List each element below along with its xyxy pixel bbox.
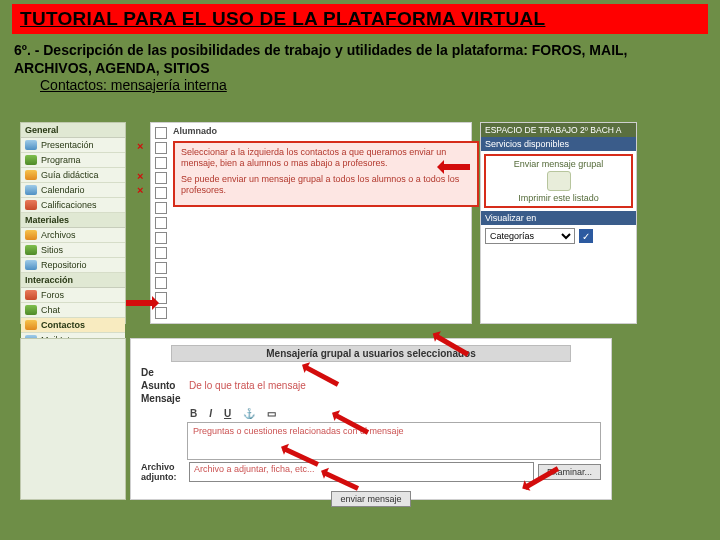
sites-icon xyxy=(25,245,37,255)
message-textarea[interactable]: Preguntas o cuestiones relacionadas con … xyxy=(187,422,601,460)
grades-icon xyxy=(25,200,37,210)
red-x-mark: × xyxy=(137,184,143,196)
send-group-message-link[interactable]: Enviar mensaje grupal xyxy=(489,159,628,169)
services-header: Servicios disponibles xyxy=(481,137,636,151)
contacts-icon xyxy=(25,320,37,330)
workspace-header: ESPACIO DE TRABAJO 2º BACH A xyxy=(481,123,636,137)
checkbox[interactable] xyxy=(155,172,167,184)
checkbox[interactable] xyxy=(155,127,167,139)
attachment-input[interactable]: Archivo a adjuntar, ficha, etc... xyxy=(189,462,534,482)
annotation-arrow xyxy=(440,164,470,170)
subject-input[interactable]: De lo que trata el mensaje xyxy=(189,380,306,391)
send-button[interactable]: enviar mensaje xyxy=(331,491,410,507)
sidebar-item-calendario[interactable]: Calendario xyxy=(21,183,125,198)
sidebar-header-interaccion: Interacción xyxy=(21,273,125,288)
sidebar-item-sitios[interactable]: Sitios xyxy=(21,243,125,258)
image-button[interactable]: ▭ xyxy=(264,407,279,420)
message-row: Mensaje xyxy=(131,392,611,405)
doc-icon xyxy=(25,140,37,150)
red-x-mark: × xyxy=(137,170,143,182)
sidebar-item-repositorio[interactable]: Repositorio xyxy=(21,258,125,273)
sidebar-item-programa[interactable]: Programa xyxy=(21,153,125,168)
sidebar-item-calificaciones[interactable]: Calificaciones xyxy=(21,198,125,213)
sidebar-item-archivos[interactable]: Archivos xyxy=(21,228,125,243)
green-side-strip xyxy=(616,338,660,498)
forum-icon xyxy=(25,290,37,300)
services-panel: ESPACIO DE TRABAJO 2º BACH A Servicios d… xyxy=(480,122,637,324)
print-icon xyxy=(547,171,571,191)
chat-icon xyxy=(25,305,37,315)
title-banner: TUTORIAL PARA EL USO DE LA PLATAFORMA VI… xyxy=(12,4,708,34)
sidebar-header-materiales: Materiales xyxy=(21,213,125,228)
italic-button[interactable]: I xyxy=(206,407,215,420)
checkbox[interactable] xyxy=(155,262,167,274)
link-button[interactable]: ⚓ xyxy=(240,407,258,420)
sidebar-item-guia[interactable]: Guía didáctica xyxy=(21,168,125,183)
send-row: enviar mensaje xyxy=(131,488,611,506)
files-icon xyxy=(25,230,37,240)
confirm-check-button[interactable]: ✓ xyxy=(579,229,593,243)
screenshot-compose: Mensajería grupal a usuarios seleccionad… xyxy=(20,338,640,498)
screenshot-top: General Presentación Programa Guía didác… xyxy=(20,122,640,322)
section-heading: 6º. - Descripción de las posibilidades d… xyxy=(14,42,706,77)
annotation-arrow xyxy=(126,300,156,306)
sidebar-item-foros[interactable]: Foros xyxy=(21,288,125,303)
category-select[interactable]: Categorías xyxy=(485,228,575,244)
checkbox[interactable] xyxy=(155,247,167,259)
underline-button[interactable]: U xyxy=(221,407,234,420)
calendar-icon xyxy=(25,185,37,195)
page-title: TUTORIAL PARA EL USO DE LA PLATAFORMA VI… xyxy=(20,8,545,29)
section-block: 6º. - Descripción de las posibilidades d… xyxy=(14,42,706,93)
red-x-mark: × xyxy=(137,140,143,152)
sidebar-item-contactos[interactable]: Contactos xyxy=(21,318,125,333)
alumnado-label: Alumnado xyxy=(173,126,217,136)
section-subheading: Contactos: mensajería interna xyxy=(40,77,706,93)
sidebar-header-general: General xyxy=(21,123,125,138)
attachment-row: Archivo adjunto: Archivo a adjuntar, fic… xyxy=(141,462,601,482)
checkbox[interactable] xyxy=(155,187,167,199)
checkbox[interactable] xyxy=(155,142,167,154)
bold-button[interactable]: B xyxy=(187,407,200,420)
checkbox[interactable] xyxy=(155,217,167,229)
checkbox[interactable] xyxy=(155,157,167,169)
subject-row: Asunto De lo que trata el mensaje xyxy=(131,379,611,392)
guide-icon xyxy=(25,170,37,180)
category-row: Categorías ✓ xyxy=(481,225,636,247)
checkbox[interactable] xyxy=(155,277,167,289)
book-icon xyxy=(25,155,37,165)
instruction-panel: Seleccionar a la izquierda los contactos… xyxy=(173,141,479,207)
sidebar: General Presentación Programa Guía didác… xyxy=(20,122,126,324)
compose-sidebar xyxy=(20,338,126,500)
checkbox-column xyxy=(155,127,171,322)
visualize-header: Visualizar en xyxy=(481,211,636,225)
from-row: De xyxy=(131,366,611,379)
sidebar-item-chat[interactable]: Chat xyxy=(21,303,125,318)
contacts-panel: Alumnado Seleccionar a la izquierda los … xyxy=(150,122,472,324)
checkbox[interactable] xyxy=(155,232,167,244)
compose-title: Mensajería grupal a usuarios seleccionad… xyxy=(171,345,571,362)
sidebar-item-presentacion[interactable]: Presentación xyxy=(21,138,125,153)
format-toolbar: B I U ⚓ ▭ xyxy=(131,405,611,420)
checkbox[interactable] xyxy=(155,202,167,214)
services-box: Enviar mensaje grupal Imprimir este list… xyxy=(484,154,633,208)
print-list-link[interactable]: Imprimir este listado xyxy=(489,193,628,203)
repo-icon xyxy=(25,260,37,270)
